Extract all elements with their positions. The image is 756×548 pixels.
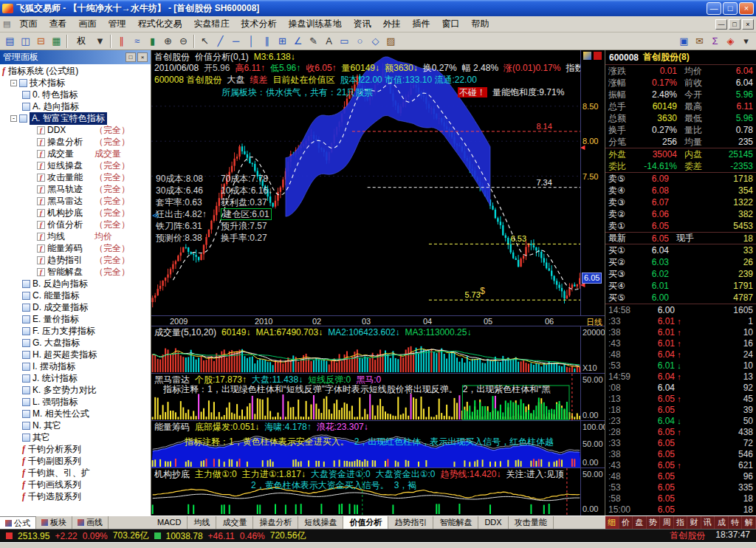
main-chart-pane[interactable]: 8.147.346.535.73$首创股份价值分析(0,1)M3:6.138↓2… [151,50,605,316]
tree-item-千钧分析系列[interactable]: f千钧分析系列 [0,443,151,455]
tree-formula-黑马雷达[interactable]: f黑马雷达（完全） [0,195,151,207]
cascade-windows-icon[interactable]: ▦ [49,34,64,49]
minimize-button[interactable]: — [707,2,721,15]
tree-formula-均线[interactable]: f均线均价 [0,230,151,242]
tree-item-千钧旗、引、扩[interactable]: f千钧旗、引、扩 [0,467,151,479]
diamond-tool-icon[interactable]: ◇ [368,34,383,49]
mdi-close-button[interactable]: × [742,19,754,30]
quote-tab-指[interactable]: 指 [674,516,688,529]
indicator-tab-MACD[interactable]: MACD [151,516,188,529]
formula-manager-icon[interactable]: Σ [707,34,723,49]
indicator-tab-攻击量能[interactable]: 攻击量能 [509,516,554,529]
tree-item-K. 多空势力对比[interactable]: K. 多空势力对比 [0,384,151,396]
close-button[interactable]: × [739,2,754,15]
quote-tab-势[interactable]: 势 [647,516,661,529]
quote-tab-盘[interactable]: 盘 [633,516,647,529]
parallel-lines-tool-icon[interactable]: ∥ [259,34,275,49]
energy-pane[interactable]: 能量筹码底部爆发:0.051↓海啸:4.178↑浪花:23.307↓指标注释：1… [151,421,605,468]
rights-dropdown-icon[interactable]: ▼ [92,34,108,49]
quote-tab-价[interactable]: 价 [619,516,633,529]
tree-item-F. 压力支撑指标[interactable]: F. 压力支撑指标 [0,325,151,337]
quote-tab-财[interactable]: 财 [687,516,701,529]
menu-item-窗口[interactable]: 窗口 [436,16,465,32]
tree-formula-黑马轨迹[interactable]: f黑马轨迹（完全） [0,183,151,195]
new-page-icon[interactable]: ▤ [2,34,18,49]
quote-tab-周[interactable]: 周 [660,516,674,529]
zoom-out-icon[interactable]: ⊖ [176,34,191,49]
menu-item-程式化交易[interactable]: 程式化交易 [131,16,188,32]
sidebar-tab-画线[interactable]: 画线 [72,516,109,529]
tree-expand-icon[interactable]: - [10,115,17,122]
tree-item-M. 相关性公式[interactable]: M. 相关性公式 [0,408,151,419]
line-chart-icon[interactable]: ≈ [129,34,145,49]
quote-tab-解[interactable]: 解 [742,516,756,529]
menu-item-页面[interactable]: 页面 [13,16,43,32]
menu-item-操盘训练基地[interactable]: 操盘训练基地 [282,16,347,32]
palette-icon[interactable]: ◈ [723,34,738,49]
horizontal-line-tool-icon[interactable]: ─ [228,34,244,49]
rights-adjust-button[interactable]: 权 [70,34,92,49]
bar-chart-icon[interactable]: ▮ [145,34,160,49]
sidebar-close-button[interactable]: × [137,52,148,62]
indicator-tab-趋势指引[interactable]: 趋势指引 [388,516,433,529]
tree-item-千钧画线系列[interactable]: f千钧画线系列 [0,479,151,490]
tree-item-D. 成交量指标[interactable]: D. 成交量指标 [0,301,151,313]
indicator-tab-DDX[interactable]: DDX [478,516,508,529]
tree-item-E. 量价指标[interactable]: E. 量价指标 [0,313,151,325]
menu-item-资讯[interactable]: 资讯 [347,16,377,32]
tree-formula-操盘分析[interactable]: f操盘分析（完全） [0,136,151,148]
tree-group[interactable]: -技术指标 [0,77,151,89]
more-tools-dropdown-icon[interactable]: ▾ [738,34,754,49]
angle-tool-icon[interactable]: ∠ [290,34,306,49]
quote-tab-细[interactable]: 细 [605,516,619,529]
mail-icon[interactable]: ✉ [692,34,707,49]
vertical-line-tool-icon[interactable]: │ [244,34,259,49]
zoom-in-icon[interactable]: ⊕ [160,34,176,49]
tree-item-H. 超买超卖指标[interactable]: H. 超买超卖指标 [0,349,151,360]
pointer-tool-icon[interactable]: ↖ [197,34,213,49]
sidebar-dock-button[interactable]: □ [126,52,136,62]
menu-item-技术分析[interactable]: 技术分析 [235,16,282,32]
maximize-button[interactable]: □ [723,2,738,15]
link-icon[interactable] [583,52,591,60]
menu-item-查看[interactable]: 查看 [43,16,72,32]
mdi-restore-button[interactable]: □ [729,19,740,30]
tree-item-L. 强弱指标[interactable]: L. 强弱指标 [0,396,151,408]
indicator-tab-价值分析[interactable]: 价值分析 [343,516,388,529]
tree-formula-机构抄底[interactable]: f机构抄底（完全） [0,207,151,219]
sidebar-tab-板块[interactable]: 板块 [36,516,72,529]
indicator-tab-短线操盘[interactable]: 短线操盘 [298,516,343,529]
tree-formula-攻击量能[interactable]: f攻击量能（完全） [0,171,151,183]
tree-formula-DDX[interactable]: fDDX（完全） [0,124,151,136]
tree-formula-成交量[interactable]: f成交量成交量 [0,148,151,160]
menu-item-帮助[interactable]: 帮助 [465,16,495,32]
grid-tool-icon[interactable]: ⊞ [275,34,290,49]
pen-tool-icon[interactable]: ✎ [306,34,321,49]
split-window-icon[interactable]: ⊟ [33,34,49,49]
tree-item-N. 其它[interactable]: N. 其它 [0,419,151,431]
menu-item-插件[interactable]: 插件 [406,16,436,32]
quote-tab-成[interactable]: 成 [715,516,729,529]
tree-formula-趋势指引[interactable]: f趋势指引（完全） [0,254,151,266]
period-label[interactable]: 日线 [586,317,602,326]
sidebar-tab-公式[interactable]: 公式 [0,516,36,529]
tree-item-其它[interactable]: 其它 [0,431,151,443]
tree-item-J. 统计指标[interactable]: J. 统计指标 [0,372,151,384]
indicator-tab-操盘分析[interactable]: 操盘分析 [253,516,298,529]
tree-item-C. 能量指标[interactable]: C. 能量指标 [0,290,151,301]
indicator-tab-成交量[interactable]: 成交量 [216,516,253,529]
tree-item-A. 趋向指标[interactable]: A. 趋向指标 [0,100,151,112]
tree-expand-icon[interactable]: - [10,80,17,86]
tree-root[interactable]: f指标系统 (公式组) [0,65,151,77]
pane-scroll-icon[interactable]: ≪ [152,211,159,219]
menu-item-实盘猎庄[interactable]: 实盘猎庄 [188,16,235,32]
tree-item-G. 大盘指标[interactable]: G. 大盘指标 [0,337,151,349]
app-logo-icon[interactable] [594,52,602,60]
eraser-tool-icon[interactable]: ▨ [383,34,399,49]
tree-formula-价值分析[interactable]: f价值分析（完全） [0,219,151,230]
save-icon[interactable]: ▣ [676,34,692,49]
trendline-tool-icon[interactable]: ╱ [213,34,228,49]
rectangle-tool-icon[interactable]: ▭ [337,34,352,49]
radar-pane[interactable]: 黑马雷达个股:17.873↑大盘:11.438↓短线反弹:0黑马:0指标注释：1… [151,374,605,421]
menu-item-管理[interactable]: 管理 [102,16,131,32]
